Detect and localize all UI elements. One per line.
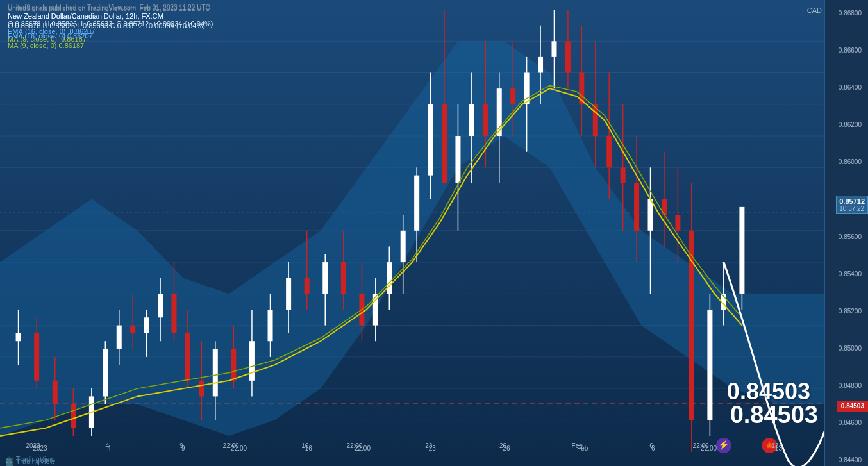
time-tick: 16 bbox=[305, 445, 312, 452]
big-price-display: 0.84503 bbox=[727, 378, 810, 405]
tradingview-logo: 📺 TradingView bbox=[5, 455, 54, 463]
price-tick: 0.84600 bbox=[824, 419, 865, 426]
price-tick: 0.85400 bbox=[824, 270, 865, 278]
time-tick: 6 bbox=[651, 445, 655, 452]
time-tick: 2023 bbox=[33, 445, 47, 452]
time-tick: 22:00 bbox=[231, 445, 247, 452]
price-tick: 0.85200 bbox=[824, 308, 865, 315]
published-text: UnitedSignals published on TradingView.c… bbox=[8, 5, 210, 12]
time-axis: 20234922:001622:002326Feb622:0013 bbox=[0, 439, 824, 452]
chart-ohlc: O 0.85678 H 0.85826 L 0.85633 C 0.85712 … bbox=[8, 21, 205, 31]
current-price: 0.85712 bbox=[839, 197, 865, 205]
current-price-box: 0.85712 10:37:22 bbox=[836, 196, 868, 214]
price-tick: 0.86000 bbox=[824, 158, 865, 165]
tv-icon: 📺 bbox=[5, 455, 14, 463]
time-tick: 9 bbox=[181, 445, 185, 452]
header-info: New Zealand Dollar/Canadian Dollar, 12h,… bbox=[8, 12, 205, 51]
time-tick: 22:00 bbox=[355, 445, 371, 452]
ma-label: MA (9, close, 0) 0.86187 bbox=[8, 41, 205, 51]
time-tick: 4 bbox=[107, 445, 111, 452]
tv-text: TradingView bbox=[16, 455, 55, 463]
price-tick: 0.86600 bbox=[824, 47, 865, 54]
cad-scale-label: CAD bbox=[807, 6, 822, 14]
price-tick: 0.86800 bbox=[824, 10, 865, 17]
price-tick: 0.85000 bbox=[824, 345, 865, 352]
time-tick: 13 bbox=[775, 445, 782, 452]
time-tick: 22:00 bbox=[701, 445, 717, 452]
time-tick: 23 bbox=[429, 445, 436, 452]
time-tick: 26 bbox=[503, 445, 510, 452]
target-price-box: 0.84503 bbox=[837, 401, 868, 412]
ema-label: EMA (16, close, 0) 0.86207 bbox=[8, 31, 205, 41]
chart-title: New Zealand Dollar/Canadian Dollar, 12h,… bbox=[8, 12, 205, 21]
price-scale: 0.868000.866000.864000.862000.860000.858… bbox=[824, 0, 868, 466]
price-tick: 0.84800 bbox=[824, 382, 865, 389]
time-tick: Feb bbox=[577, 445, 588, 452]
price-tick: 0.86200 bbox=[824, 121, 865, 128]
price-tick: 0.84400 bbox=[824, 456, 865, 463]
price-tick: 0.85600 bbox=[824, 233, 865, 240]
target-price-label: 0.84503 bbox=[841, 403, 864, 410]
price-tick: 0.86400 bbox=[824, 84, 865, 91]
chart-container: UnitedSignals published on TradingView.c… bbox=[0, 0, 868, 466]
current-time: 10:37:22 bbox=[839, 205, 865, 212]
